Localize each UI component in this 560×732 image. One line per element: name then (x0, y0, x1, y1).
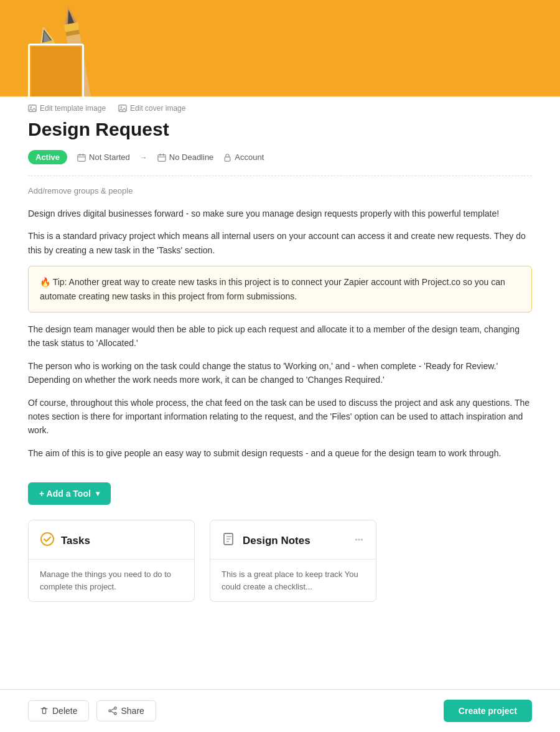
edit-buttons-row: Edit template image Edit cover image (0, 96, 560, 119)
design-notes-card[interactable]: Design Notes This is a great place to ke… (210, 520, 376, 602)
footer-left: Delete Share (28, 700, 156, 721)
status-bar: Active Not Started → No Deadli (28, 150, 532, 176)
chevron-down-icon: ▾ (96, 489, 100, 498)
tasks-icon (40, 532, 55, 550)
share-icon (108, 706, 117, 715)
svg-rect-27 (225, 157, 230, 161)
trash-icon (40, 706, 49, 715)
tip-box: 🔥 Tip: Another great way to create new t… (28, 266, 532, 312)
create-project-button[interactable]: Create project (444, 700, 532, 722)
template-image-inner (31, 47, 81, 96)
edit-cover-image-button[interactable]: Edit cover image (118, 104, 185, 113)
svg-rect-19 (78, 154, 85, 161)
tip-text: 🔥 Tip: Another great way to create new t… (40, 277, 505, 301)
status-account[interactable]: Account (223, 152, 264, 162)
svg-point-18 (121, 106, 123, 108)
svg-line-44 (111, 711, 114, 713)
image-icon (28, 104, 37, 113)
svg-rect-23 (158, 154, 166, 161)
tool-cards: Tasks Manage the things you need to do t… (28, 520, 532, 602)
project-title: Design Request (28, 119, 532, 140)
image-icon-2 (118, 104, 127, 113)
svg-point-40 (114, 707, 117, 710)
status-not-started[interactable]: Not Started (77, 152, 130, 162)
lock-icon (223, 153, 231, 162)
tasks-card[interactable]: Tasks Manage the things you need to do t… (28, 520, 195, 602)
description-para5: Of course, throughout this whole process… (28, 396, 532, 438)
design-notes-icon (222, 532, 236, 550)
calendar-icon-2 (157, 153, 166, 162)
svg-point-42 (114, 713, 117, 715)
edit-template-image-button[interactable]: Edit template image (28, 104, 106, 113)
svg-point-16 (30, 106, 32, 108)
svg-line-43 (111, 709, 114, 711)
design-notes-card-body: This is a great place to keep track You … (210, 560, 376, 601)
description-para1: Design drives digital businesses forward… (28, 207, 532, 220)
svg-point-41 (109, 710, 111, 712)
tasks-card-header: Tasks (29, 520, 194, 560)
cover-pencil-art (0, 0, 560, 96)
cover-image (0, 0, 560, 96)
active-badge[interactable]: Active (28, 150, 67, 164)
svg-point-35 (361, 538, 363, 540)
svg-point-28 (41, 533, 54, 545)
design-notes-menu-icon[interactable] (353, 534, 365, 548)
svg-rect-36 (42, 709, 45, 714)
description-para2: This is a standard privacy project which… (28, 229, 532, 257)
description-para6: The aim of this is to give people an eas… (28, 446, 532, 460)
svg-point-33 (355, 538, 357, 540)
svg-point-34 (358, 538, 360, 540)
add-tool-button[interactable]: + Add a Tool ▾ (28, 482, 111, 505)
delete-button[interactable]: Delete (28, 700, 89, 721)
description-para4: The person who is working on the task co… (28, 359, 532, 387)
description-block: Design drives digital businesses forward… (28, 207, 532, 460)
tasks-card-body: Manage the things you need to do to comp… (29, 560, 194, 601)
page-footer: Delete Share Create project (0, 689, 560, 732)
share-button[interactable]: Share (96, 700, 156, 721)
status-deadline[interactable]: No Deadline (157, 152, 214, 162)
template-image[interactable] (28, 44, 84, 96)
description-para3: The design team manager would then be ab… (28, 322, 532, 350)
tasks-card-title: Tasks (61, 535, 90, 547)
design-notes-card-header: Design Notes (210, 520, 376, 560)
calendar-icon (77, 153, 86, 162)
design-notes-card-title: Design Notes (243, 535, 310, 547)
status-arrow: → (140, 153, 147, 162)
add-people-link[interactable]: Add/remove groups & people (28, 186, 532, 195)
